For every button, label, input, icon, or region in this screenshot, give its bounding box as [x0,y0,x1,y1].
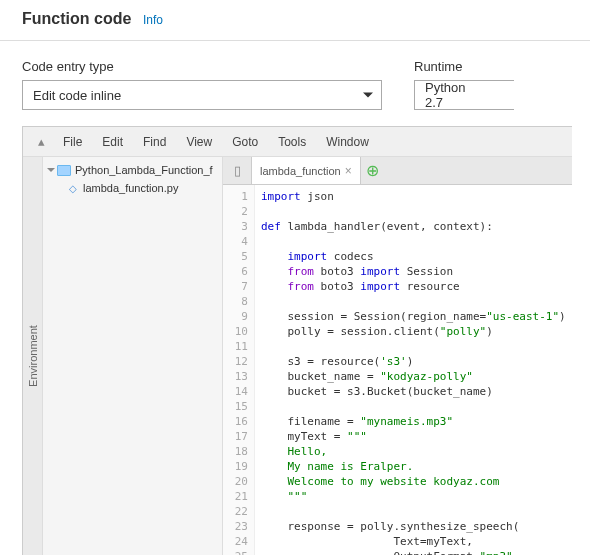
controls-row: Code entry type Edit code inline Runtime… [0,41,590,126]
file-name: lambda_function.py [83,182,178,194]
info-link[interactable]: Info [143,13,163,27]
file-tab-name: lambda_function [260,165,341,177]
folder-expand-icon [47,168,55,172]
runtime-group: Runtime Python 2.7 [414,59,514,110]
collapse-up-icon[interactable]: ▴ [31,134,51,149]
code-entry-select[interactable]: Edit code inline [22,80,382,110]
menu-file[interactable]: File [55,135,90,149]
runtime-label: Runtime [414,59,514,74]
tab-list-icon[interactable]: ▯ [223,157,251,184]
folder-name: Python_Lambda_Function_f [75,164,213,176]
section-header: Function code Info [0,0,590,41]
environment-tab[interactable]: Environment [23,157,43,555]
file-tree: Python_Lambda_Function_f ◇ lambda_functi… [43,157,223,555]
code-entry-group: Code entry type Edit code inline [22,59,382,110]
menu-goto[interactable]: Goto [224,135,266,149]
file-row[interactable]: ◇ lambda_function.py [43,179,222,197]
runtime-select[interactable]: Python 2.7 [414,80,514,110]
line-gutter: 1 2 3 4 5 6 7 8 9 10 11 12 13 14 15 16 1… [223,185,255,555]
close-icon[interactable]: × [345,164,352,178]
menu-tools[interactable]: Tools [270,135,314,149]
file-icon: ◇ [67,182,79,194]
tab-bar: ▯ lambda_function × ⊕ [223,157,572,185]
menu-view[interactable]: View [178,135,220,149]
menu-bar: ▴ File Edit Find View Goto Tools Window [23,127,572,157]
add-tab-button[interactable]: ⊕ [361,157,385,184]
code-editor[interactable]: 1 2 3 4 5 6 7 8 9 10 11 12 13 14 15 16 1… [223,185,572,555]
editor-body: Environment Python_Lambda_Function_f ◇ l… [23,157,572,555]
code-area: ▯ lambda_function × ⊕ 1 2 3 4 5 6 7 8 9 … [223,157,572,555]
menu-edit[interactable]: Edit [94,135,131,149]
editor-frame: ▴ File Edit Find View Goto Tools Window … [22,126,572,555]
chevron-down-icon [363,93,373,98]
menu-window[interactable]: Window [318,135,377,149]
runtime-value: Python 2.7 [425,80,486,110]
menu-find[interactable]: Find [135,135,174,149]
environment-tab-label: Environment [27,325,39,387]
folder-row[interactable]: Python_Lambda_Function_f [43,161,222,179]
code-lines: import json def lambda_handler(event, co… [255,185,572,555]
section-title: Function code [22,10,131,28]
file-tab[interactable]: lambda_function × [251,157,361,184]
code-entry-label: Code entry type [22,59,382,74]
code-entry-value: Edit code inline [33,88,121,103]
folder-icon [57,165,71,176]
